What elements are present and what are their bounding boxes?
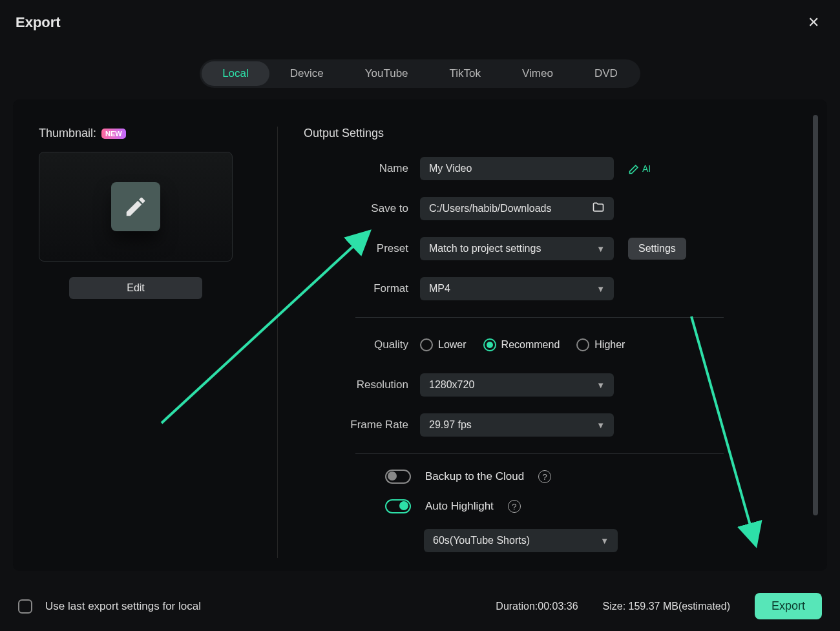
ai-name-icon[interactable]: AI	[628, 162, 651, 175]
preset-settings-button[interactable]: Settings	[628, 238, 686, 260]
name-input[interactable]: My Video	[420, 157, 614, 180]
chevron-down-icon: ▼	[600, 536, 609, 546]
export-tabs: Local Device YouTube TikTok Vimeo DVD	[0, 59, 840, 88]
export-panel: Thumbnail: NEW Edit Output Settings Name…	[13, 99, 827, 571]
backup-cloud-label: Backup to the Cloud	[425, 470, 524, 483]
tab-local[interactable]: Local	[202, 61, 269, 86]
chevron-down-icon: ▼	[596, 244, 605, 254]
preset-select[interactable]: Match to project settings▼	[420, 237, 614, 260]
export-button[interactable]: Export	[755, 593, 822, 619]
chevron-down-icon: ▼	[596, 380, 605, 390]
use-last-settings-checkbox[interactable]	[18, 599, 32, 614]
close-icon[interactable]: ✕	[803, 12, 824, 34]
tab-device[interactable]: Device	[269, 61, 344, 86]
thumbnail-label: Thumbnail:	[39, 127, 96, 140]
divider	[355, 453, 724, 454]
folder-icon[interactable]	[592, 201, 605, 216]
tab-youtube[interactable]: YouTube	[344, 61, 429, 86]
help-icon[interactable]: ?	[508, 500, 521, 513]
preset-label: Preset	[304, 242, 420, 255]
divider	[355, 317, 724, 318]
quality-lower-radio[interactable]: Lower	[420, 338, 467, 351]
window-title: Export	[16, 14, 61, 31]
resolution-label: Resolution	[304, 378, 420, 391]
use-last-settings-label: Use last export settings for local	[45, 600, 201, 613]
output-settings-heading: Output Settings	[304, 127, 814, 140]
size-info: Size: 159.37 MB(estimated)	[603, 601, 730, 612]
save-to-input[interactable]: C:/Users/habib/Downloads	[420, 197, 614, 220]
quality-higher-radio[interactable]: Higher	[576, 338, 625, 351]
title-bar: Export ✕	[0, 0, 840, 40]
pencil-icon	[111, 182, 160, 231]
auto-highlight-label: Auto Highlight	[425, 500, 494, 513]
framerate-select[interactable]: 29.97 fps▼	[420, 413, 614, 437]
help-icon[interactable]: ?	[538, 470, 551, 483]
tab-tiktok[interactable]: TikTok	[429, 61, 502, 86]
tab-dvd[interactable]: DVD	[574, 61, 638, 86]
save-to-label: Save to	[304, 202, 420, 215]
new-badge: NEW	[101, 129, 126, 139]
chevron-down-icon: ▼	[596, 284, 605, 294]
thumbnail-edit-button[interactable]: Edit	[69, 277, 202, 299]
framerate-label: Frame Rate	[304, 419, 420, 431]
format-label: Format	[304, 282, 420, 295]
resolution-select[interactable]: 1280x720▼	[420, 373, 614, 397]
tab-vimeo[interactable]: Vimeo	[501, 61, 574, 86]
duration-info: Duration:00:03:36	[496, 601, 578, 612]
quality-label: Quality	[304, 338, 420, 351]
chevron-down-icon: ▼	[596, 420, 605, 430]
auto-highlight-toggle[interactable]	[385, 499, 411, 513]
scrollbar[interactable]	[813, 115, 818, 515]
thumbnail-preview[interactable]	[39, 152, 233, 262]
auto-highlight-preset-select[interactable]: 60s(YouTube Shorts)▼	[424, 529, 618, 552]
quality-recommend-radio[interactable]: Recommend	[483, 338, 560, 351]
name-label: Name	[304, 162, 420, 175]
backup-cloud-toggle[interactable]	[385, 470, 411, 484]
format-select[interactable]: MP4▼	[420, 277, 614, 300]
footer-bar: Use last export settings for local Durat…	[0, 593, 840, 619]
